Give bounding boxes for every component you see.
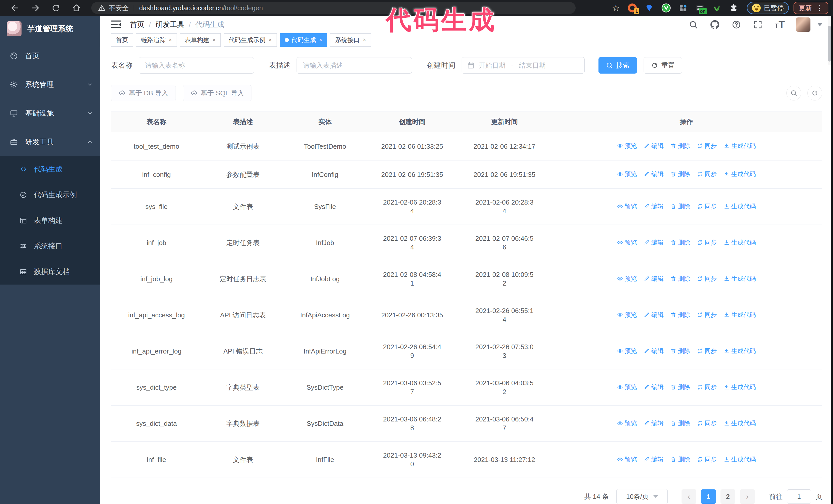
green-v-extension-icon[interactable] — [661, 3, 671, 13]
close-icon[interactable]: × — [319, 37, 323, 43]
page-button-2[interactable]: 2 — [720, 489, 735, 504]
action-eye-link[interactable]: 预览 — [617, 238, 637, 247]
action-eye-link[interactable]: 预览 — [617, 346, 637, 355]
page-size-select[interactable]: 10条/页 — [616, 489, 668, 504]
action-delete-link[interactable]: 删除 — [670, 419, 690, 428]
close-icon[interactable]: × — [169, 37, 172, 43]
avatar-caret-icon[interactable] — [817, 23, 823, 26]
address-bar[interactable]: 不安全 dashboard.yudao.iocoder.cn/tool/code… — [91, 2, 576, 14]
tag-4[interactable]: 代码生成× — [280, 33, 327, 47]
action-download-link[interactable]: 生成代码 — [723, 238, 756, 247]
action-eye-link[interactable]: 预览 — [617, 142, 637, 150]
create-time-range-picker[interactable]: 开始日期 - 结束日期 — [461, 57, 585, 74]
action-download-link[interactable]: 生成代码 — [723, 202, 756, 211]
action-edit-link[interactable]: 编辑 — [644, 346, 664, 355]
action-eye-link[interactable]: 预览 — [617, 383, 637, 391]
action-eye-link[interactable]: 预览 — [617, 455, 637, 464]
browser-back-icon[interactable] — [10, 3, 20, 13]
action-eye-link[interactable]: 预览 — [617, 170, 637, 178]
action-download-link[interactable]: 生成代码 — [723, 419, 756, 428]
action-sync-link[interactable]: 同步 — [697, 383, 717, 391]
refresh-button[interactable] — [807, 86, 822, 100]
action-edit-link[interactable]: 编辑 — [644, 170, 664, 178]
action-download-link[interactable]: 生成代码 — [723, 142, 756, 150]
action-delete-link[interactable]: 删除 — [670, 274, 690, 283]
tag-1[interactable]: 链路追踪× — [136, 33, 177, 47]
profile-paused-pill[interactable]: 已暂停 — [747, 2, 789, 14]
action-download-link[interactable]: 生成代码 — [723, 383, 756, 391]
grid-extension-icon[interactable] — [678, 3, 688, 13]
browser-reload-icon[interactable] — [51, 3, 61, 13]
help-icon[interactable] — [732, 20, 741, 29]
prev-page-button[interactable]: ‹ — [682, 489, 696, 504]
browser-home-icon[interactable] — [72, 3, 81, 13]
browser-menu-icon[interactable]: ⋮ — [816, 4, 823, 12]
table-name-input[interactable] — [139, 57, 254, 74]
action-delete-link[interactable]: 删除 — [670, 202, 690, 211]
action-download-link[interactable]: 生成代码 — [723, 310, 756, 319]
action-sync-link[interactable]: 同步 — [697, 274, 717, 283]
action-sync-link[interactable]: 同步 — [697, 238, 717, 247]
tag-3[interactable]: 代码生成示例× — [224, 33, 277, 47]
action-eye-link[interactable]: 预览 — [617, 274, 637, 283]
page-scrollbar[interactable] — [828, 16, 831, 65]
show-search-button[interactable] — [786, 86, 801, 100]
action-download-link[interactable]: 生成代码 — [723, 455, 756, 464]
gem-extension-icon[interactable] — [644, 3, 654, 13]
action-delete-link[interactable]: 删除 — [670, 455, 690, 464]
sidebar-subitem-2[interactable]: 表单构建 — [0, 208, 100, 233]
breadcrumb-item[interactable]: 首页 — [130, 20, 144, 29]
action-delete-link[interactable]: 删除 — [670, 238, 690, 247]
action-delete-link[interactable]: 删除 — [670, 383, 690, 391]
bars-on-extension-icon[interactable]: on — [695, 3, 705, 13]
github-icon[interactable] — [710, 20, 719, 29]
close-icon[interactable]: × — [363, 37, 366, 43]
action-eye-link[interactable]: 预览 — [617, 310, 637, 319]
sidebar-item-3[interactable]: 研发工具 — [0, 128, 100, 157]
action-edit-link[interactable]: 编辑 — [644, 419, 664, 428]
close-icon[interactable]: × — [213, 37, 216, 43]
scrollbar-thumb[interactable] — [828, 26, 831, 62]
action-edit-link[interactable]: 编辑 — [644, 383, 664, 391]
reset-button[interactable]: 重置 — [644, 57, 682, 74]
sidebar-logo-row[interactable]: 芋道管理系统 — [0, 16, 100, 42]
font-size-icon[interactable]: TT — [775, 19, 785, 30]
tag-0[interactable]: 首页 — [111, 33, 133, 47]
goto-page-input[interactable] — [787, 489, 811, 504]
action-sync-link[interactable]: 同步 — [697, 170, 717, 178]
action-edit-link[interactable]: 编辑 — [644, 238, 664, 247]
page-button-1[interactable]: 1 — [701, 489, 716, 504]
sidebar-item-0[interactable]: 首页 — [0, 42, 100, 70]
close-icon[interactable]: × — [269, 37, 272, 43]
action-delete-link[interactable]: 删除 — [670, 170, 690, 178]
breadcrumb-item[interactable]: 研发工具 — [156, 20, 184, 29]
action-sync-link[interactable]: 同步 — [697, 419, 717, 428]
sidebar-subitem-4[interactable]: 数据库文档 — [0, 259, 100, 285]
action-download-link[interactable]: 生成代码 — [723, 170, 756, 178]
action-delete-link[interactable]: 删除 — [670, 346, 690, 355]
sidebar-collapse-icon[interactable] — [111, 21, 121, 29]
action-download-link[interactable]: 生成代码 — [723, 346, 756, 355]
action-eye-link[interactable]: 预览 — [617, 202, 637, 211]
action-delete-link[interactable]: 删除 — [670, 142, 690, 150]
puzzle-extension-icon[interactable] — [729, 3, 739, 13]
tag-5[interactable]: 系统接口× — [330, 33, 371, 47]
action-edit-link[interactable]: 编辑 — [644, 274, 664, 283]
action-sync-link[interactable]: 同步 — [697, 310, 717, 319]
search-button[interactable]: 搜索 — [598, 57, 637, 74]
browser-update-button[interactable]: 更新 ⋮ — [793, 2, 828, 14]
user-avatar[interactable] — [796, 18, 810, 32]
action-download-link[interactable]: 生成代码 — [723, 274, 756, 283]
action-sync-link[interactable]: 同步 — [697, 142, 717, 150]
import-db-button[interactable]: 基于 DB 导入 — [111, 85, 176, 101]
browser-forward-icon[interactable] — [31, 3, 40, 13]
action-edit-link[interactable]: 编辑 — [644, 310, 664, 319]
tag-2[interactable]: 表单构建× — [180, 33, 221, 47]
action-edit-link[interactable]: 编辑 — [644, 142, 664, 150]
action-sync-link[interactable]: 同步 — [697, 455, 717, 464]
action-edit-link[interactable]: 编辑 — [644, 202, 664, 211]
sidebar-item-2[interactable]: 基础设施 — [0, 99, 100, 128]
sidebar-item-1[interactable]: 系统管理 — [0, 70, 100, 99]
fullscreen-icon[interactable] — [753, 20, 763, 29]
import-sql-button[interactable]: 基于 SQL 导入 — [183, 85, 252, 101]
